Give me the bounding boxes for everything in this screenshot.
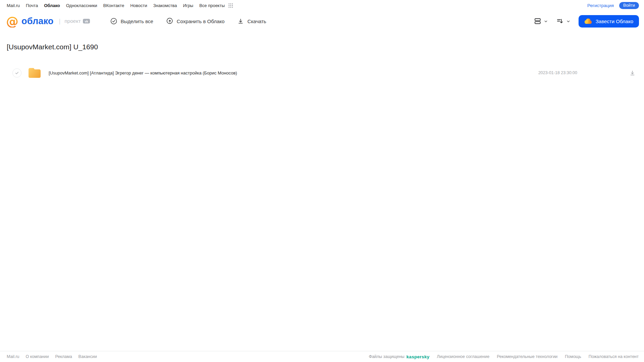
kaspersky-protection: Файлы защищены kaspersky (369, 354, 430, 359)
svg-text:vk: vk (85, 20, 88, 23)
footer-link-label[interactable]: О компании (26, 354, 49, 359)
chevron-down-icon (566, 19, 571, 23)
footer-link-label[interactable]: Вакансии (79, 354, 97, 359)
project-link-label[interactable]: Игры (183, 3, 193, 8)
project-link[interactable]: Знакомства (153, 3, 177, 8)
get-cloud-label: Завести Облако (596, 18, 633, 24)
row-download-icon[interactable] (629, 70, 636, 76)
project-link[interactable]: Облако (44, 3, 60, 8)
page: Mail.ru Почта Облако Одноклассники ВКонт… (0, 0, 644, 362)
project-link-label[interactable]: Знакомства (153, 3, 177, 8)
view-list-icon (534, 17, 542, 25)
file-list: [UsupovMarket.com] [Атлантида] Эгрегор д… (0, 65, 644, 81)
footer-link-label[interactable]: Рекомендательные технологии (497, 354, 557, 359)
save-to-cloud-label: Сохранить в Облако (177, 18, 225, 24)
check-circle-icon (110, 17, 117, 25)
cloud-color-icon (584, 18, 592, 24)
project-link[interactable]: Одноклассники (66, 3, 97, 8)
get-cloud-button[interactable]: Завести Облако (579, 15, 639, 28)
login-button[interactable]: Войти (619, 2, 639, 9)
file-name[interactable]: [UsupovMarket.com] [Атлантида] Эгрегор д… (49, 70, 237, 75)
footer: Mail.ru О компании Реклама Вакансии Файл… (0, 351, 644, 362)
download-label: Скачать (247, 18, 266, 24)
cloud-logo-text: облако (21, 16, 54, 27)
save-to-cloud-button[interactable]: Сохранить в Облако (166, 17, 225, 25)
protected-by-label: Файлы защищены (369, 354, 404, 359)
registration-link[interactable]: Регистрация (587, 3, 614, 8)
shared-folder-content: [UsupovMarket.com] U_1690 (0, 31, 644, 351)
footer-link-label[interactable]: Лицензионное соглашение (437, 354, 490, 359)
select-all-button[interactable]: Выделить все (110, 17, 153, 25)
project-label: проект (64, 18, 81, 24)
header-right-controls: Завести Облако (534, 15, 639, 28)
page-title: [UsupovMarket.com] U_1690 (7, 43, 644, 51)
project-link[interactable]: Игры (183, 3, 193, 8)
download-button[interactable]: Скачать (237, 18, 266, 24)
footer-link-label[interactable]: Помощь (565, 354, 581, 359)
chevron-down-icon (544, 19, 548, 23)
footer-right-links: Файлы защищены kaspersky (369, 354, 430, 359)
top-project-nav: Mail.ru Почта Облако Одноклассники ВКонт… (0, 0, 644, 11)
checkmark-icon (15, 71, 19, 75)
footer-link[interactable]: Реклама (55, 354, 72, 359)
footer-link-label[interactable]: Реклама (55, 354, 72, 359)
footer-left-links: Mail.ru О компании Реклама Вакансии (7, 354, 97, 359)
row-checkbox[interactable] (12, 68, 21, 77)
all-projects-grid-icon[interactable] (228, 3, 233, 8)
project-link-label[interactable]: Mail.ru (7, 3, 20, 8)
sort-dropdown[interactable] (556, 17, 571, 25)
auth-area: Регистрация Войти (587, 2, 639, 9)
project-link[interactable]: Mail.ru (7, 3, 20, 8)
cloud-upload-icon (166, 17, 174, 25)
file-row[interactable]: [UsupovMarket.com] [Атлантида] Эгрегор д… (0, 65, 644, 81)
project-vk-label: проект vk (64, 18, 90, 24)
project-link-label[interactable]: Новости (130, 3, 147, 8)
footer-link[interactable]: Лицензионное соглашение (437, 354, 490, 359)
sort-icon (556, 17, 564, 25)
project-link[interactable]: Почта (26, 3, 38, 8)
cloud-header: @ облако | проект vk Выделить все (0, 11, 644, 31)
project-links: Mail.ru Почта Облако Одноклассники ВКонт… (7, 3, 225, 8)
file-date: 2023-01-18 23:30:00 (538, 70, 577, 75)
view-mode-dropdown[interactable] (534, 17, 548, 25)
footer-link-label[interactable]: Пожаловаться на контент (589, 354, 639, 359)
footer-link[interactable]: Рекомендательные технологии (497, 354, 557, 359)
footer-link[interactable]: Помощь (565, 354, 581, 359)
file-actions-toolbar: Выделить все Сохранить в Облако Скачать (110, 17, 266, 25)
project-link-label[interactable]: ВКонтакте (103, 3, 125, 8)
logo-divider: | (59, 18, 61, 25)
footer-link[interactable]: О компании (26, 354, 49, 359)
cloud-logo[interactable]: @ облако | проект vk (6, 15, 90, 28)
vk-badge-icon: vk (83, 19, 90, 23)
project-link[interactable]: ВКонтакте (103, 3, 125, 8)
project-link[interactable]: Новости (130, 3, 147, 8)
kaspersky-logo[interactable]: kaspersky (406, 354, 430, 359)
folder-icon (28, 67, 42, 79)
download-icon (237, 18, 244, 24)
footer-legal-links: Лицензионное соглашение Рекомендательные… (437, 354, 639, 359)
footer-link-label[interactable]: Mail.ru (7, 354, 19, 359)
footer-link[interactable]: Вакансии (79, 354, 97, 359)
select-all-label: Выделить все (121, 18, 153, 24)
footer-link[interactable]: Mail.ru (7, 354, 19, 359)
project-link-label[interactable]: Одноклассники (66, 3, 97, 8)
mailru-at-icon: @ (6, 15, 18, 28)
project-link-label[interactable]: Облако (44, 3, 60, 8)
project-link-label[interactable]: Все проекты (199, 3, 225, 8)
project-link-label[interactable]: Почта (26, 3, 38, 8)
project-link[interactable]: Все проекты (199, 3, 225, 8)
footer-link[interactable]: Пожаловаться на контент (589, 354, 639, 359)
